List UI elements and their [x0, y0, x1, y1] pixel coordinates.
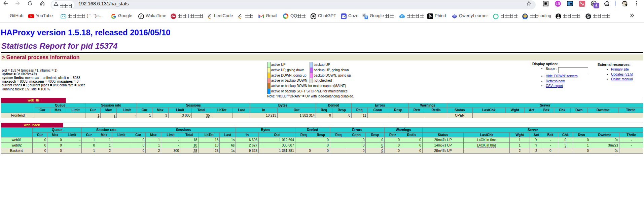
svg-text:6: 6 [595, 4, 597, 8]
svg-text:LR: LR [556, 2, 560, 6]
